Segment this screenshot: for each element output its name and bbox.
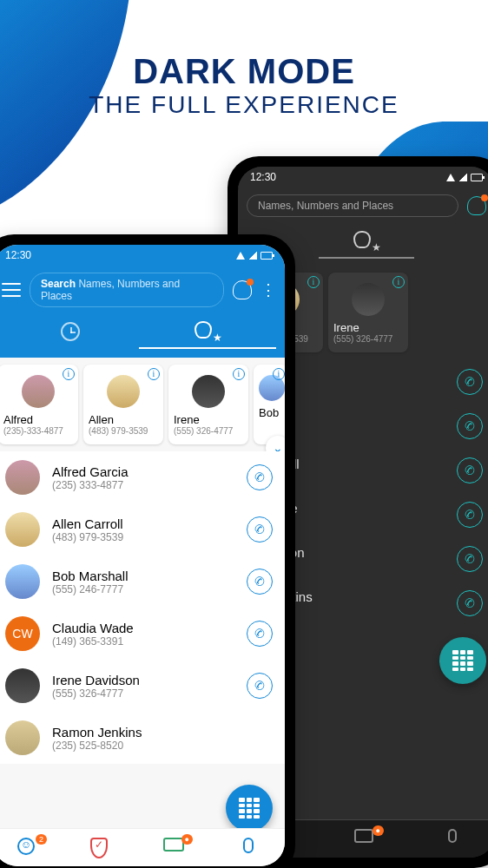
avatar bbox=[5, 512, 40, 547]
search-hint: Names, Numbers and Places bbox=[258, 200, 393, 212]
contact-name: Bob Marshall bbox=[52, 569, 234, 583]
dialpad-icon bbox=[452, 650, 473, 671]
search-box[interactable]: Search Names, Numbers and Places bbox=[30, 273, 224, 307]
phone-icon: ✆ bbox=[253, 470, 267, 486]
nav-block-icon[interactable]: ● bbox=[354, 829, 379, 850]
statusbar-light: 12:30 bbox=[0, 245, 285, 266]
call-button[interactable]: ✆ bbox=[457, 413, 483, 439]
statusbar-dark: 12:30 bbox=[238, 167, 488, 187]
phone-icon: ✆ bbox=[253, 626, 267, 642]
favorite-card[interactable]: i Allen (483) 979-3539 bbox=[83, 365, 163, 444]
info-icon[interactable]: i bbox=[148, 368, 160, 380]
info-icon[interactable]: i bbox=[63, 368, 75, 380]
favorites-row: i Alfred (235)-333-4877 i Allen (483) 97… bbox=[0, 358, 285, 451]
phone-icon: ✆ bbox=[463, 550, 477, 567]
contact-name: Ramon Jenkins bbox=[52, 725, 273, 740]
contact-phone: (555) 246-7777 bbox=[52, 583, 234, 595]
favorite-card[interactable]: i Irene (555) 326-4777 bbox=[328, 273, 408, 352]
contact-row[interactable]: Ramon Jenkins(235) 525-8520 bbox=[0, 712, 285, 764]
info-icon[interactable]: i bbox=[307, 276, 320, 288]
favorite-phone: (555) 326-4777 bbox=[333, 334, 403, 344]
hero-title: DARK MODE bbox=[0, 52, 488, 91]
contact-name: Allen Carroll bbox=[52, 516, 234, 531]
contact-name: Irene Davidson bbox=[52, 673, 234, 687]
screen-light: 12:30 Search Names, Numbers and Places ⋮ bbox=[0, 245, 285, 866]
favorite-name: Allen bbox=[89, 413, 158, 426]
favorite-name: Bob bbox=[259, 406, 283, 419]
overflow-menu-icon[interactable]: ⋮ bbox=[260, 282, 276, 298]
menu-icon[interactable] bbox=[2, 283, 21, 297]
favorite-card[interactable]: i Alfred (235)-333-4877 bbox=[0, 365, 78, 444]
nav-badge: ● bbox=[181, 834, 193, 845]
person-icon bbox=[195, 321, 212, 339]
info-icon[interactable]: i bbox=[273, 368, 285, 380]
battery-icon bbox=[471, 174, 483, 181]
avatar bbox=[5, 720, 40, 755]
call-button[interactable]: ✆ bbox=[457, 502, 483, 528]
contact-phone: (555) 326-4777 bbox=[52, 687, 234, 700]
dialpad-fab[interactable] bbox=[226, 785, 273, 832]
info-icon[interactable]: i bbox=[233, 368, 245, 380]
call-button[interactable]: ✆ bbox=[247, 569, 273, 595]
contact-row[interactable]: Alfred Garcia(235) 333-4877✆ bbox=[0, 451, 285, 503]
contact-row[interactable]: Allen Carroll(483) 979-3539✆ bbox=[0, 503, 285, 556]
tab-underline bbox=[319, 257, 414, 259]
status-time: 12:30 bbox=[250, 171, 276, 183]
phone-icon: ✆ bbox=[253, 522, 267, 538]
shield-icon bbox=[90, 838, 108, 858]
contact-name: Claudia Wade bbox=[52, 621, 234, 635]
contact-name: Alfred Garcia bbox=[52, 464, 234, 479]
favorite-card[interactable]: i Bob bbox=[254, 365, 285, 444]
nav-voice-icon[interactable] bbox=[236, 838, 260, 858]
phone-icon: ✆ bbox=[463, 506, 477, 523]
call-button[interactable]: ✆ bbox=[457, 457, 483, 483]
contact-row[interactable]: Bob Marshall(555) 246-7777✆ bbox=[0, 556, 285, 608]
call-button[interactable]: ✆ bbox=[457, 369, 483, 395]
nav-caller-id-icon[interactable]: ☺ 2 bbox=[17, 838, 42, 858]
dialpad-fab[interactable] bbox=[439, 637, 486, 684]
info-icon[interactable]: i bbox=[392, 276, 405, 288]
call-button[interactable]: ✆ bbox=[457, 590, 483, 616]
hero-subtitle: THE FULL EXPERIENCE bbox=[0, 91, 488, 119]
badge-dot bbox=[481, 194, 488, 201]
contact-row[interactable]: CWClaudia Wade(149) 365-3391✆ bbox=[0, 608, 285, 660]
favorite-card[interactable]: i Irene (555) 326-4777 bbox=[168, 365, 248, 444]
wifi-icon bbox=[446, 174, 455, 181]
call-button[interactable]: ✆ bbox=[247, 464, 273, 490]
contact-phone: (235) 333-4877 bbox=[52, 479, 234, 491]
nav-voice-icon[interactable] bbox=[440, 829, 465, 850]
wifi-icon bbox=[236, 252, 245, 260]
tab-underline bbox=[139, 347, 276, 349]
signal-icon bbox=[248, 252, 257, 260]
favorite-name: Alfred bbox=[3, 413, 73, 426]
call-button[interactable]: ✆ bbox=[247, 516, 273, 542]
dialpad-icon bbox=[239, 798, 260, 819]
contact-phone: (235) 525-8520 bbox=[52, 740, 273, 752]
tab-contacts[interactable]: ★ bbox=[188, 319, 227, 344]
call-button[interactable]: ✆ bbox=[457, 546, 483, 572]
favorite-phone: (555) 326-4777 bbox=[174, 426, 243, 436]
trophy-icon[interactable] bbox=[233, 280, 252, 299]
trophy-icon[interactable] bbox=[467, 196, 486, 215]
avatar bbox=[107, 375, 140, 408]
hero-block: DARK MODE THE FULL EXPERIENCE bbox=[0, 52, 488, 119]
call-button[interactable]: ✆ bbox=[247, 673, 273, 699]
phone-icon: ✆ bbox=[463, 418, 477, 434]
tab-recent[interactable] bbox=[51, 319, 89, 344]
avatar bbox=[192, 375, 225, 408]
search-label: Search bbox=[41, 278, 76, 290]
status-icons bbox=[236, 252, 273, 260]
phone-icon: ✆ bbox=[463, 373, 477, 390]
tab-contacts[interactable]: ★ bbox=[347, 229, 386, 253]
phone-icon: ✆ bbox=[463, 595, 477, 611]
status-time: 12:30 bbox=[5, 249, 31, 261]
favorite-phone: (483) 979-3539 bbox=[89, 426, 158, 436]
star-icon: ★ bbox=[213, 332, 222, 344]
signal-icon bbox=[458, 174, 467, 181]
contact-row[interactable]: Irene Davidson(555) 326-4777✆ bbox=[0, 660, 285, 712]
nav-block-icon[interactable]: ● bbox=[163, 838, 188, 858]
nav-protect-icon[interactable] bbox=[90, 838, 115, 858]
call-button[interactable]: ✆ bbox=[247, 621, 273, 647]
avatar bbox=[5, 668, 40, 703]
search-box-dark[interactable]: Names, Numbers and Places bbox=[247, 194, 458, 217]
